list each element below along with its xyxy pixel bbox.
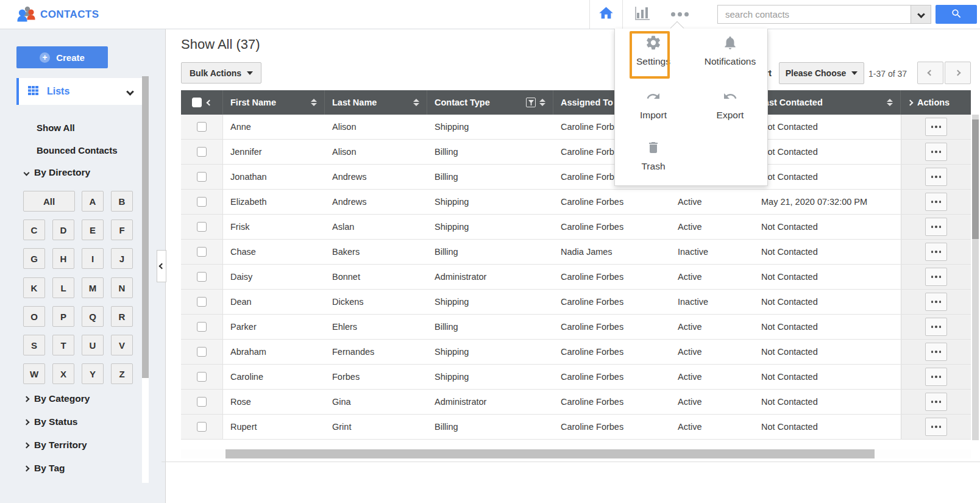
- row-actions-button[interactable]: [925, 143, 947, 161]
- row-checkbox[interactable]: [197, 397, 207, 407]
- sidebar-scrollbar[interactable]: [142, 76, 149, 483]
- column-header-contact_type[interactable]: Contact Type: [427, 90, 553, 115]
- sort-arrows-icon[interactable]: [413, 99, 419, 106]
- directory-letter-q[interactable]: Q: [82, 306, 104, 327]
- directory-letter-v[interactable]: V: [111, 335, 133, 355]
- stats-button[interactable]: [630, 0, 656, 29]
- row-checkbox[interactable]: [197, 222, 207, 232]
- sidebar-section-by-status[interactable]: By Status: [24, 416, 78, 427]
- sort-select[interactable]: Please Choose: [779, 62, 864, 84]
- row-actions-button[interactable]: [925, 318, 947, 336]
- directory-letter-s[interactable]: S: [23, 335, 45, 355]
- row-checkbox[interactable]: [197, 172, 207, 182]
- directory-letter-z[interactable]: Z: [111, 363, 133, 384]
- sort-arrows-icon[interactable]: [311, 99, 317, 106]
- directory-letter-m[interactable]: M: [82, 277, 104, 298]
- create-button[interactable]: + Create: [16, 46, 108, 68]
- search-button[interactable]: [936, 5, 977, 24]
- directory-letter-c[interactable]: C: [23, 219, 45, 240]
- column-header-last_contacted[interactable]: Last Contacted: [751, 90, 901, 115]
- sidebar-collapse-handle[interactable]: [157, 250, 166, 282]
- menu-item-import[interactable]: Import: [615, 87, 692, 121]
- directory-letter-b[interactable]: B: [111, 191, 133, 212]
- menu-item-notifications[interactable]: Notifications: [692, 34, 769, 67]
- sidebar-section-by-territory[interactable]: By Territory: [24, 440, 87, 451]
- row-checkbox[interactable]: [197, 147, 207, 157]
- horizontal-scrollbar-thumb[interactable]: [225, 449, 875, 458]
- cell-last_contacted: Not Contacted: [751, 365, 901, 389]
- sidebar-section-by-tag[interactable]: By Tag: [24, 463, 65, 474]
- row-actions-button[interactable]: [925, 418, 947, 436]
- row-actions-button[interactable]: [925, 393, 947, 411]
- sidebar-section-by-category[interactable]: By Category: [24, 393, 90, 404]
- row-actions-button[interactable]: [925, 293, 947, 311]
- sidebar-item-bounced-contacts[interactable]: Bounced Contacts: [37, 145, 118, 155]
- vertical-scrollbar[interactable]: [972, 115, 979, 440]
- column-header-last_name[interactable]: Last Name: [325, 90, 427, 115]
- plus-icon: +: [40, 52, 50, 63]
- menu-item-settings[interactable]: Settings: [615, 34, 692, 67]
- row-actions-button[interactable]: [925, 168, 947, 186]
- row-checkbox[interactable]: [197, 272, 207, 282]
- directory-letter-j[interactable]: J: [111, 248, 133, 269]
- directory-letter-f[interactable]: F: [111, 219, 133, 240]
- row-checkbox[interactable]: [197, 422, 207, 432]
- column-header-first_name[interactable]: First Name: [223, 90, 325, 115]
- row-checkbox[interactable]: [197, 297, 207, 307]
- menu-item-export[interactable]: Export: [692, 87, 769, 121]
- directory-letter-o[interactable]: O: [23, 306, 45, 327]
- home-button[interactable]: [589, 0, 623, 29]
- directory-letter-t[interactable]: T: [52, 335, 74, 355]
- directory-letter-u[interactable]: U: [82, 335, 104, 355]
- row-checkbox[interactable]: [197, 372, 207, 382]
- search-input[interactable]: [717, 5, 911, 24]
- row-checkbox[interactable]: [197, 347, 207, 357]
- bulk-actions-button[interactable]: Bulk Actions: [181, 62, 261, 84]
- directory-letter-k[interactable]: K: [23, 277, 45, 298]
- column-header-select[interactable]: [181, 90, 223, 115]
- row-actions-button[interactable]: [925, 118, 947, 136]
- filter-icon[interactable]: [526, 98, 536, 107]
- directory-letter-x[interactable]: X: [52, 363, 74, 384]
- directory-letter-all[interactable]: All: [23, 191, 75, 212]
- directory-letter-e[interactable]: E: [82, 219, 104, 240]
- sort-arrows-icon[interactable]: [539, 99, 545, 106]
- directory-letter-y[interactable]: Y: [82, 363, 104, 384]
- next-page-button[interactable]: [945, 62, 971, 84]
- directory-letter-i[interactable]: I: [82, 248, 104, 269]
- directory-letter-r[interactable]: R: [111, 306, 133, 327]
- directory-letter-h[interactable]: H: [52, 248, 74, 269]
- directory-letter-l[interactable]: L: [52, 277, 74, 298]
- sidebar-item-lists[interactable]: Lists: [16, 78, 143, 105]
- row-actions-button[interactable]: [925, 268, 947, 286]
- directory-letter-w[interactable]: W: [23, 363, 45, 384]
- directory-letter-g[interactable]: G: [23, 248, 45, 269]
- sidebar-item-show-all[interactable]: Show All: [37, 123, 75, 133]
- directory-letter-a[interactable]: A: [82, 191, 104, 212]
- chevron-right-icon: [24, 442, 30, 448]
- vertical-scrollbar-thumb[interactable]: [972, 120, 979, 239]
- row-actions-button[interactable]: [925, 343, 947, 361]
- menu-item-trash[interactable]: Trash: [615, 138, 692, 172]
- row-actions-button[interactable]: [925, 193, 947, 211]
- select-all-checkbox[interactable]: [192, 98, 202, 107]
- sidebar-scrollbar-thumb[interactable]: [142, 76, 149, 378]
- sidebar-section-by-directory[interactable]: By Directory: [24, 167, 90, 178]
- row-actions-button[interactable]: [925, 243, 947, 261]
- cell-status: Inactive: [658, 290, 751, 314]
- horizontal-scrollbar[interactable]: [181, 449, 971, 458]
- directory-letter-p[interactable]: P: [52, 306, 74, 327]
- row-checkbox[interactable]: [197, 322, 207, 332]
- row-checkbox[interactable]: [197, 197, 207, 207]
- cell-assigned_to: Caroline Forbes: [553, 390, 658, 414]
- directory-letter-n[interactable]: N: [111, 277, 133, 298]
- row-actions-button[interactable]: [925, 368, 947, 386]
- previous-page-button[interactable]: [917, 62, 943, 84]
- search-options-button[interactable]: [911, 5, 931, 24]
- sort-arrows-icon[interactable]: [887, 99, 893, 106]
- column-header-actions[interactable]: Actions: [901, 90, 971, 115]
- row-checkbox[interactable]: [197, 247, 207, 257]
- directory-letter-d[interactable]: D: [52, 219, 74, 240]
- row-checkbox[interactable]: [197, 122, 207, 132]
- row-actions-button[interactable]: [925, 218, 947, 236]
